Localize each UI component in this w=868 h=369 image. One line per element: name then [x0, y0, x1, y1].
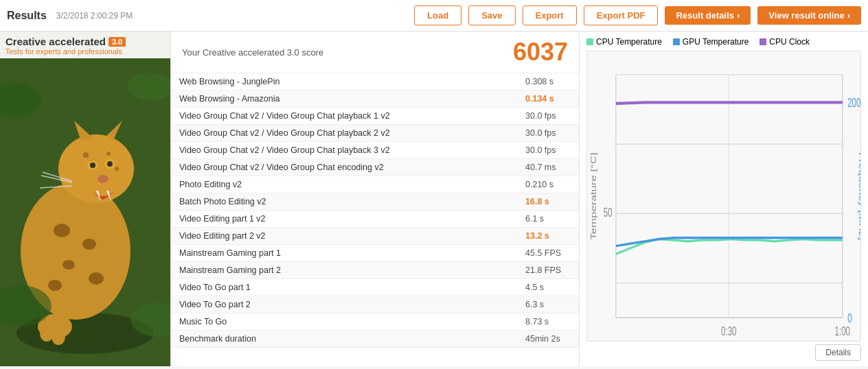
svg-point-23: [52, 329, 65, 345]
benchmark-subtitle: Tests for experts and professionals: [5, 47, 165, 56]
svg-point-5: [82, 239, 96, 250]
score-bar: Your Creative accelerated 3.0 score 6037: [171, 32, 579, 73]
result-name: Video Group Chat v2 / Video Group Chat p…: [171, 125, 517, 142]
table-row: Video Editing part 2 v213.2 s: [171, 228, 579, 245]
save-button[interactable]: Save: [468, 5, 515, 25]
result-name: Video To Go part 1: [171, 279, 517, 296]
legend-cpu-temp: CPU Temperature: [586, 37, 662, 47]
table-row: Benchmark duration45min 2s: [171, 331, 579, 348]
chart-legend: CPU Temperature GPU Temperature CPU Cloc…: [586, 37, 861, 47]
result-value: 30.0 fps: [517, 125, 579, 142]
table-row: Video To Go part 26.3 s: [171, 296, 579, 313]
svg-text:Frequency [MHz]: Frequency [MHz]: [858, 152, 860, 240]
svg-point-15: [107, 161, 113, 167]
table-row: Photo Editing v20.210 s: [171, 176, 579, 193]
svg-point-24: [83, 152, 89, 158]
result-name: Mainstream Gaming part 1: [171, 245, 517, 262]
legend-cpu-clock: CPU Clock: [760, 37, 810, 47]
svg-point-9: [98, 175, 108, 183]
score-label: Your Creative accelerated 3.0 score: [182, 47, 323, 58]
chart-svg: 50 2000 0 0:30 1:00 Temperature [°C] Fre…: [587, 51, 860, 341]
results-table: Web Browsing - JunglePin0.308 sWeb Brows…: [171, 73, 579, 348]
svg-text:2000: 2000: [847, 95, 860, 109]
result-value: 6.1 s: [517, 211, 579, 228]
left-panel: Creative accelerated 3.0 Tests for exper…: [0, 32, 170, 366]
center-panel: Your Creative accelerated 3.0 score 6037…: [170, 32, 580, 366]
table-row: Video Group Chat v2 / Video Group Chat p…: [171, 142, 579, 159]
svg-point-4: [54, 224, 70, 237]
details-button[interactable]: Details: [815, 344, 861, 361]
table-row: Video To Go part 14.5 s: [171, 279, 579, 296]
svg-point-8: [48, 280, 62, 291]
result-value: 30.0 fps: [517, 108, 579, 125]
result-name: Mainstream Gaming part 2: [171, 262, 517, 279]
legend-gpu-temp: GPU Temperature: [673, 37, 749, 47]
result-value: 8.73 s: [517, 313, 579, 331]
result-value: 21.8 FPS: [517, 262, 579, 279]
result-date: 3/2/2018 2:00:29 PM: [56, 11, 133, 21]
svg-point-26: [115, 167, 119, 171]
table-row: Video Group Chat v2 / Video Group Chat p…: [171, 108, 579, 125]
result-name: Music To Go: [171, 313, 517, 331]
result-details-button[interactable]: Result details ›: [665, 6, 751, 25]
table-row: Video Group Chat v2 / Video Group Chat p…: [171, 125, 579, 142]
result-value: 30.0 fps: [517, 142, 579, 159]
result-name: Video Group Chat v2 / Video Group Chat p…: [171, 108, 517, 125]
leopard-image: [0, 32, 170, 366]
result-value: 13.2 s: [517, 228, 579, 245]
result-value: 0.308 s: [517, 73, 579, 91]
result-name: Video Group Chat v2 / Video Group Chat p…: [171, 142, 517, 159]
result-name: Video To Go part 2: [171, 296, 517, 313]
table-row: Web Browsing - Amazonia0.134 s: [171, 91, 579, 108]
main-content: Creative accelerated 3.0 Tests for exper…: [0, 32, 868, 366]
svg-point-14: [90, 163, 95, 168]
table-row: Video Group Chat v2 / Video Group Chat e…: [171, 159, 579, 176]
result-name: Video Group Chat v2 / Video Group Chat e…: [171, 159, 517, 176]
result-value: 16.8 s: [517, 193, 579, 211]
header: Results 3/2/2018 2:00:29 PM Load Save Ex…: [0, 0, 868, 32]
svg-point-7: [89, 272, 104, 285]
table-row: Music To Go8.73 s: [171, 313, 579, 331]
result-value: 0.210 s: [517, 176, 579, 193]
result-name: Benchmark duration: [171, 331, 517, 348]
result-name: Batch Photo Editing v2: [171, 193, 517, 211]
result-name: Video Editing part 1 v2: [171, 211, 517, 228]
export-pdf-button[interactable]: Export PDF: [584, 5, 659, 25]
svg-text:50: 50: [604, 206, 613, 219]
svg-point-25: [106, 152, 111, 156]
result-value: 45.5 FPS: [517, 245, 579, 262]
score-value: 6037: [513, 40, 568, 64]
gpu-temp-label: GPU Temperature: [683, 37, 749, 47]
result-value: 4.5 s: [517, 279, 579, 296]
cpu-clock-color: [760, 38, 766, 45]
svg-text:0:30: 0:30: [721, 324, 736, 337]
result-value: 0.134 s: [517, 91, 579, 108]
leopard-svg: [0, 32, 170, 366]
table-row: Mainstream Gaming part 145.5 FPS: [171, 245, 579, 262]
svg-text:1:00: 1:00: [835, 324, 850, 337]
export-button[interactable]: Export: [523, 5, 577, 25]
benchmark-title: Creative accelerated: [5, 36, 106, 47]
svg-point-6: [62, 260, 75, 270]
view-result-online-button[interactable]: View result online ›: [757, 6, 861, 25]
cpu-temp-color: [586, 38, 593, 45]
result-name: Web Browsing - Amazonia: [171, 91, 517, 108]
cpu-clock-label: CPU Clock: [769, 37, 810, 47]
table-row: Web Browsing - JunglePin0.308 s: [171, 73, 579, 91]
load-button[interactable]: Load: [414, 5, 461, 25]
table-row: Batch Photo Editing v216.8 s: [171, 193, 579, 211]
table-row: Mainstream Gaming part 221.8 FPS: [171, 262, 579, 279]
table-row: Video Editing part 1 v26.1 s: [171, 211, 579, 228]
right-panel: CPU Temperature GPU Temperature CPU Cloc…: [580, 32, 868, 366]
chart-area: 50 2000 0 0:30 1:00 Temperature [°C] Fre…: [586, 51, 861, 342]
svg-text:Temperature [°C]: Temperature [°C]: [589, 152, 597, 240]
svg-rect-31: [587, 51, 860, 341]
svg-point-22: [40, 325, 54, 342]
result-name: Photo Editing v2: [171, 176, 517, 193]
result-value: 40.7 ms: [517, 159, 579, 176]
left-info: Creative accelerated 3.0 Tests for exper…: [0, 32, 170, 58]
page-title: Results: [7, 10, 47, 22]
result-name: Video Editing part 2 v2: [171, 228, 517, 245]
svg-text:0: 0: [847, 311, 852, 324]
version-badge: 3.0: [108, 37, 126, 47]
